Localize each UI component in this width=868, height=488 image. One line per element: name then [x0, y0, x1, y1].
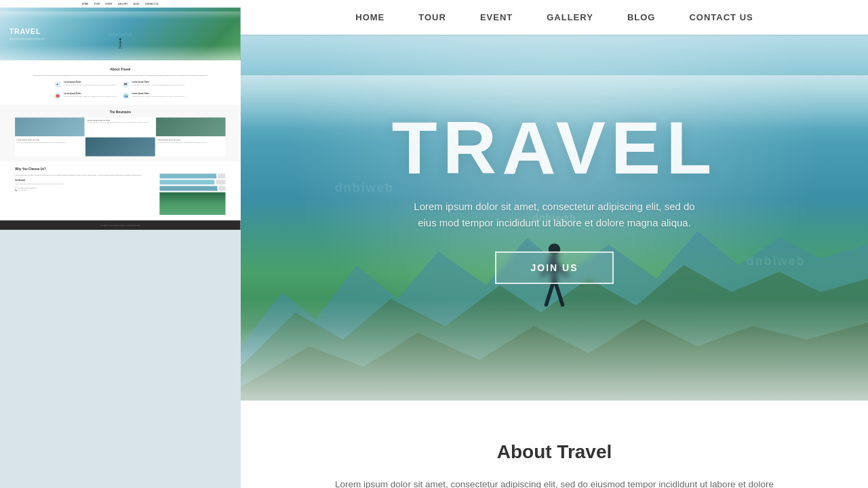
mini-navbar: HOME TOUR EVENT GALLERY BLOG CONTACT US — [0, 0, 241, 7]
svg-line-11 — [555, 281, 562, 305]
nav-tour[interactable]: TOUR — [418, 12, 446, 22]
svg-point-0 — [119, 38, 121, 40]
about-section: About Travel Lorem ipsum dolor sit amet,… — [241, 401, 868, 488]
svg-line-10 — [546, 281, 553, 305]
mini-about-title: About Travel — [15, 68, 225, 72]
hero-cta-button[interactable]: JOIN US — [495, 251, 613, 284]
mini-gallery-title: The Mountains — [15, 110, 225, 114]
nav-blog[interactable]: BLOG — [627, 12, 656, 22]
hero-content: TRAVEL Lorem ipsum dolor sit amet, conse… — [392, 110, 717, 284]
mini-footer-text: Copyright © 2016 Website Name. All Right… — [4, 224, 237, 226]
hero-title: TRAVEL — [392, 110, 717, 185]
nav-home[interactable]: HOME — [355, 12, 384, 22]
svg-line-5 — [120, 45, 121, 49]
mini-gallery-section: The Mountains Lorem Ipsum Dolor Sit Amet… — [0, 105, 241, 162]
hero-subtitle: Lorem ipsum dolor sit amet, consectetur … — [412, 199, 697, 231]
main-navbar[interactable]: HOME TOUR EVENT GALLERY BLOG CONTACT US — [241, 0, 868, 35]
hero-section: dnbiweb dnbiweb dnbiweb TRAVEL Lorem ips… — [241, 35, 868, 401]
mini-hero-title: TRAVEL — [9, 27, 47, 35]
svg-line-4 — [119, 45, 120, 49]
left-preview-panel: HOME TOUR EVENT GALLERY BLOG CONTACT US … — [0, 0, 241, 488]
about-text: Lorem ipsum dolor sit amet, consectetur … — [334, 476, 775, 488]
mini-footer: Copyright © 2016 Website Name. All Right… — [0, 220, 241, 230]
mini-about-section: About Travel Lorem ipsum dolor sit amet,… — [0, 60, 241, 105]
right-main-panel: HOME TOUR EVENT GALLERY BLOG CONTACT US — [241, 0, 868, 488]
mini-hero-subtitle: Lorem ipsum dolor sit amet, consectetur … — [9, 37, 47, 40]
mini-why-title: Why You Choose Us? — [15, 167, 225, 171]
mini-why-section: Why You Choose Us? Lorem ipsum dolor sit… — [0, 162, 241, 220]
nav-contact[interactable]: CONTACT US — [689, 12, 753, 22]
about-title: About Travel — [295, 441, 814, 463]
nav-gallery[interactable]: GALLERY — [547, 12, 593, 22]
mini-hero: dnbiweb TRAVEL Lorem ipsum dolor sit ame… — [0, 7, 241, 60]
nav-event[interactable]: EVENT — [480, 12, 513, 22]
mini-about-text: Lorem ipsum dolor sit amet, consectetur … — [15, 74, 225, 77]
